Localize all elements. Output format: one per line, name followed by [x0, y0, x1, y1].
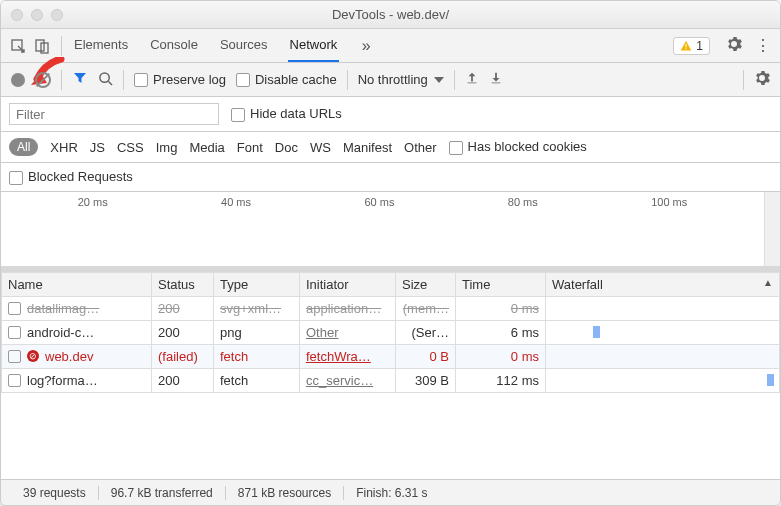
main-tabs-row: Elements Console Sources Network » 1 ⋮ — [1, 29, 780, 63]
tab-elements[interactable]: Elements — [72, 29, 130, 62]
download-har-icon[interactable] — [489, 71, 503, 88]
cell-size: 309 B — [396, 368, 456, 392]
chevron-down-icon — [434, 77, 444, 83]
hide-data-urls-checkbox[interactable]: Hide data URLs — [231, 106, 342, 122]
status-requests: 39 requests — [11, 486, 99, 500]
filter-bar: Hide data URLs — [1, 97, 780, 132]
table-row[interactable]: android-c…200pngOther(Ser…6 ms — [2, 320, 780, 344]
device-toggle-icon[interactable] — [33, 37, 51, 55]
table-header-row: Name Status Type Initiator Size Time Wat… — [2, 272, 780, 296]
cell-type: png — [214, 320, 300, 344]
type-all[interactable]: All — [9, 138, 38, 156]
type-xhr[interactable]: XHR — [50, 140, 77, 155]
cell-initiator[interactable]: Other — [300, 320, 396, 344]
col-size[interactable]: Size — [396, 272, 456, 296]
kebab-menu-icon[interactable]: ⋮ — [754, 37, 772, 55]
cell-status: 200 — [152, 320, 214, 344]
cell-initiator[interactable]: fetchWra… — [300, 344, 396, 368]
window-title: DevTools - web.dev/ — [1, 7, 780, 22]
record-button[interactable] — [11, 73, 25, 87]
status-finish: Finish: 6.31 s — [344, 486, 439, 500]
row-checkbox[interactable] — [8, 350, 21, 363]
type-doc[interactable]: Doc — [275, 140, 298, 155]
cell-time: 6 ms — [456, 320, 546, 344]
warning-badge[interactable]: 1 — [673, 37, 710, 55]
svg-rect-1 — [36, 40, 44, 51]
status-transferred: 96.7 kB transferred — [99, 486, 226, 500]
tab-network[interactable]: Network — [288, 29, 340, 62]
status-resources: 871 kB resources — [226, 486, 344, 500]
has-blocked-cookies-checkbox[interactable]: Has blocked cookies — [449, 139, 587, 155]
upload-har-icon[interactable] — [465, 71, 479, 88]
filter-input[interactable] — [9, 103, 219, 125]
type-ws[interactable]: WS — [310, 140, 331, 155]
svg-point-5 — [100, 72, 109, 81]
row-checkbox[interactable] — [8, 374, 21, 387]
tab-sources[interactable]: Sources — [218, 29, 270, 62]
minimize-dot[interactable] — [31, 9, 43, 21]
type-font[interactable]: Font — [237, 140, 263, 155]
col-status[interactable]: Status — [152, 272, 214, 296]
cell-initiator[interactable]: cc_servic… — [300, 368, 396, 392]
timeline-ticks: 20 ms 40 ms 60 ms 80 ms 100 ms — [1, 196, 764, 208]
more-tabs-icon[interactable]: » — [357, 37, 375, 55]
cell-type: fetch — [214, 368, 300, 392]
type-media[interactable]: Media — [189, 140, 224, 155]
type-css[interactable]: CSS — [117, 140, 144, 155]
inspect-icon[interactable] — [9, 37, 27, 55]
col-type[interactable]: Type — [214, 272, 300, 296]
preserve-log-checkbox[interactable]: Preserve log — [134, 72, 226, 88]
throttling-select[interactable]: No throttling — [358, 72, 444, 87]
devtools-window: DevTools - web.dev/ Elements Console Sou… — [0, 0, 781, 506]
request-name: web.dev — [45, 349, 93, 364]
type-img[interactable]: Img — [156, 140, 178, 155]
network-settings-icon[interactable] — [754, 70, 770, 89]
table-row[interactable]: log?forma…200fetchcc_servic…309 B112 ms — [2, 368, 780, 392]
warning-count: 1 — [696, 39, 703, 53]
network-toolbar: Preserve log Disable cache No throttling — [1, 63, 780, 97]
type-other[interactable]: Other — [404, 140, 437, 155]
type-filter-bar: All XHR JS CSS Img Media Font Doc WS Man… — [1, 132, 780, 163]
request-name: log?forma… — [27, 373, 98, 388]
timeline-scrollbar[interactable] — [764, 192, 780, 266]
col-initiator[interactable]: Initiator — [300, 272, 396, 296]
col-waterfall[interactable]: Waterfall — [546, 272, 780, 296]
blocked-requests-checkbox[interactable]: Blocked Requests — [9, 169, 133, 184]
cell-size: 0 B — [396, 344, 456, 368]
zoom-dot[interactable] — [51, 9, 63, 21]
error-icon: ⊘ — [27, 350, 39, 362]
cell-time: 112 ms — [456, 368, 546, 392]
requests-table: Name Status Type Initiator Size Time Wat… — [1, 272, 780, 479]
cell-size: (Ser… — [396, 320, 456, 344]
titlebar: DevTools - web.dev/ — [1, 1, 780, 29]
type-manifest[interactable]: Manifest — [343, 140, 392, 155]
settings-icon[interactable] — [726, 36, 742, 55]
cell-status: (failed) — [152, 344, 214, 368]
search-icon[interactable] — [98, 71, 113, 89]
cell-waterfall — [546, 344, 780, 368]
row-checkbox[interactable] — [8, 326, 21, 339]
disable-cache-checkbox[interactable]: Disable cache — [236, 72, 337, 88]
svg-rect-4 — [686, 48, 687, 49]
cell-waterfall — [546, 368, 780, 392]
table-row-cut: datallimag… 200svg+xml…application…(mem…… — [2, 296, 780, 320]
timeline-overview[interactable]: 20 ms 40 ms 60 ms 80 ms 100 ms — [1, 192, 780, 272]
traffic-lights — [11, 9, 63, 21]
status-bar: 39 requests 96.7 kB transferred 871 kB r… — [1, 479, 780, 505]
cell-waterfall — [546, 320, 780, 344]
col-name[interactable]: Name — [2, 272, 152, 296]
cell-status: 200 — [152, 368, 214, 392]
cell-time: 0 ms — [456, 344, 546, 368]
panel-tabs: Elements Console Sources Network » — [72, 29, 375, 62]
filter-icon[interactable] — [72, 70, 88, 89]
close-dot[interactable] — [11, 9, 23, 21]
svg-rect-3 — [686, 43, 687, 47]
type-js[interactable]: JS — [90, 140, 105, 155]
blocked-requests-bar: Blocked Requests — [1, 163, 780, 192]
cell-type: fetch — [214, 344, 300, 368]
request-name: android-c… — [27, 325, 94, 340]
col-time[interactable]: Time — [456, 272, 546, 296]
clear-button[interactable] — [35, 72, 51, 88]
tab-console[interactable]: Console — [148, 29, 200, 62]
table-row[interactable]: ⊘web.dev(failed)fetchfetchWra…0 B0 ms — [2, 344, 780, 368]
